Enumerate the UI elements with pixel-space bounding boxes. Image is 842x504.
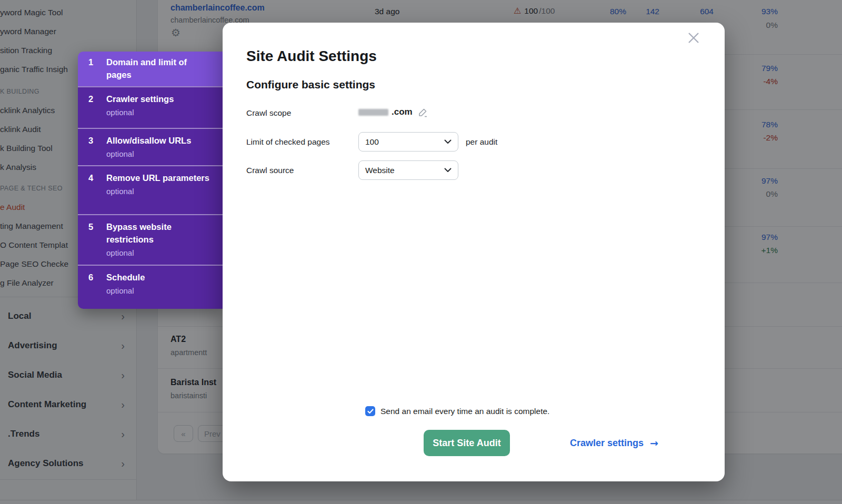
- step-number: 1: [88, 56, 93, 68]
- modal-subtitle: Configure basic settings: [246, 78, 375, 91]
- step-number: 3: [88, 134, 93, 147]
- site-audit-settings-wizard-steps: 1 Domain and limit of pages 2 Crawler se…: [78, 52, 223, 309]
- select-value: 100: [365, 137, 444, 147]
- step-title: Remove URL parameters: [106, 172, 210, 184]
- wizard-step-schedule[interactable]: 6 Schedule optional: [78, 265, 223, 309]
- select-value: Website: [365, 166, 444, 175]
- step-optional-label: optional: [106, 285, 216, 297]
- start-site-audit-button[interactable]: Start Site Audit: [424, 430, 510, 456]
- close-icon[interactable]: [687, 32, 700, 44]
- site-audit-settings-modal: Site Audit Settings Configure basic sett…: [223, 23, 725, 481]
- email-notification-row: Send an email every time an audit is com…: [365, 406, 549, 416]
- crawl-source-label: Crawl source: [246, 166, 294, 175]
- step-optional-label: optional: [106, 247, 216, 259]
- chevron-down-icon: [444, 139, 452, 144]
- step-number: 2: [88, 93, 93, 105]
- limit-of-checked-pages-label: Limit of checked pages: [246, 137, 330, 147]
- chevron-down-icon: [444, 168, 452, 173]
- limit-of-checked-pages-select[interactable]: 100: [358, 132, 458, 152]
- step-number: 5: [88, 220, 93, 233]
- crawl-scope-domain-suffix: .com: [392, 107, 413, 117]
- crawl-scope-domain-redacted: [358, 109, 388, 116]
- step-title: Crawler settings: [106, 93, 210, 105]
- wizard-step-bypass-website-restrictions[interactable]: 5 Bypass website restrictions optional: [78, 214, 223, 265]
- step-number: 4: [88, 172, 93, 184]
- step-number: 6: [88, 271, 93, 284]
- arrow-right-icon: →: [650, 437, 658, 449]
- edit-pencil-icon[interactable]: [418, 107, 428, 117]
- crawl-scope-value: .com: [358, 107, 428, 117]
- wizard-step-remove-url-parameters[interactable]: 4 Remove URL parameters optional: [78, 165, 223, 214]
- crawler-settings-link-label: Crawler settings: [570, 438, 644, 449]
- crawl-scope-label: Crawl scope: [246, 108, 291, 118]
- wizard-step-domain-and-limit[interactable]: 1 Domain and limit of pages: [78, 52, 223, 86]
- wizard-step-crawler-settings[interactable]: 2 Crawler settings optional: [78, 86, 223, 128]
- step-title: Bypass website restrictions: [106, 220, 210, 246]
- step-title: Schedule: [106, 271, 210, 284]
- checkmark-icon: [367, 409, 374, 414]
- step-title: Allow/disallow URLs: [106, 134, 210, 147]
- crawl-source-select[interactable]: Website: [358, 160, 458, 180]
- wizard-step-allow-disallow-urls[interactable]: 3 Allow/disallow URLs optional: [78, 128, 223, 165]
- step-optional-label: optional: [106, 148, 216, 160]
- screen: yword Magic Tool yword Manager sition Tr…: [0, 0, 842, 504]
- step-optional-label: optional: [106, 107, 216, 118]
- email-checkbox-label: Send an email every time an audit is com…: [380, 407, 549, 416]
- crawler-settings-link[interactable]: Crawler settings →: [570, 430, 658, 456]
- email-checkbox[interactable]: [365, 406, 375, 416]
- step-optional-label: optional: [106, 186, 216, 197]
- per-audit-label: per audit: [466, 137, 497, 147]
- modal-title: Site Audit Settings: [246, 48, 377, 65]
- step-title: Domain and limit of pages: [106, 56, 210, 81]
